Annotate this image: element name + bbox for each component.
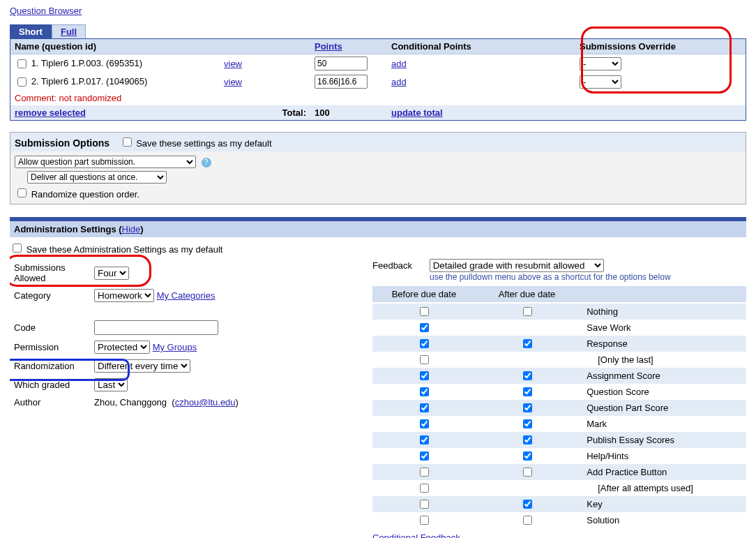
feedback-row: Mark <box>372 416 746 432</box>
before-checkbox[interactable] <box>420 355 429 364</box>
after-checkbox[interactable] <box>523 387 532 396</box>
row-checkbox[interactable] <box>17 59 27 68</box>
table-row: 2. Tipler6 1.P.017. (1049065) view add - <box>10 73 746 91</box>
before-checkbox[interactable] <box>420 403 429 412</box>
comment-not-randomized: Comment: not randomized <box>10 91 746 105</box>
add-cond-link[interactable]: add <box>391 59 407 69</box>
question-table: Name (question id) Points Conditional Po… <box>10 39 746 120</box>
view-link[interactable]: view <box>224 77 242 87</box>
after-checkbox[interactable] <box>523 339 532 348</box>
my-categories-link[interactable]: My Categories <box>157 290 216 301</box>
feedback-row-label: Help/Hints <box>578 448 746 464</box>
feedback-row-label: [Only the last] <box>578 352 746 368</box>
before-checkbox[interactable] <box>420 419 429 428</box>
help-icon[interactable]: ? <box>202 158 211 167</box>
override-select[interactable]: - <box>580 75 621 89</box>
permission-select[interactable]: Protected <box>94 341 150 354</box>
save-default-checkbox[interactable] <box>123 137 132 147</box>
feedback-row-label: Solution <box>578 512 746 528</box>
author-name: Zhou, Changgong <box>94 397 167 408</box>
feedback-row-label: Save Work <box>578 320 746 336</box>
feedback-row: Add Practice Button <box>372 464 746 480</box>
points-input[interactable] <box>315 75 368 89</box>
feedback-label: Feedback <box>372 260 427 271</box>
feedback-row-label: Response <box>578 336 746 352</box>
randomize-label: Randomize question order. <box>31 189 139 200</box>
admin-header: Administration Settings (Hide) <box>10 221 746 237</box>
before-checkbox[interactable] <box>420 323 429 332</box>
before-checkbox[interactable] <box>420 451 429 461</box>
tab-full[interactable]: Full <box>52 24 86 38</box>
feedback-row-label: Publish Essay Scores <box>578 432 746 448</box>
feedback-row: Nothing <box>372 303 746 320</box>
before-checkbox[interactable] <box>420 500 429 509</box>
col-after-due: After due date <box>476 286 578 303</box>
feedback-row: [Only the last] <box>372 352 746 368</box>
before-checkbox[interactable] <box>420 371 429 380</box>
col-sub-override: Submissions Override <box>575 39 746 54</box>
before-checkbox[interactable] <box>420 484 429 493</box>
feedback-row-label: Mark <box>578 416 746 432</box>
before-checkbox[interactable] <box>420 435 429 444</box>
after-checkbox[interactable] <box>523 468 532 477</box>
after-checkbox[interactable] <box>523 451 532 461</box>
randomize-checkbox[interactable] <box>17 188 27 197</box>
before-checkbox[interactable] <box>420 387 429 396</box>
author-email-link[interactable]: czhou@ltu.edu <box>175 397 236 408</box>
col-name: Name (question id) <box>10 39 310 54</box>
feedback-row-label: Nothing <box>578 303 746 320</box>
deliver-select[interactable]: Deliver all questions at once. <box>27 171 167 184</box>
feedback-row: Question Score <box>372 384 746 400</box>
row-name: Tipler6 1.P.003. <box>41 57 104 68</box>
before-checkbox[interactable] <box>420 339 429 348</box>
feedback-select[interactable]: Detailed grade with resubmit allowed <box>430 259 604 272</box>
after-checkbox[interactable] <box>523 516 532 525</box>
part-submission-select[interactable]: Allow question part submission. <box>15 156 196 168</box>
admin-save-default-checkbox[interactable] <box>13 244 22 253</box>
total-label: Total: <box>220 105 310 120</box>
after-checkbox[interactable] <box>523 419 532 428</box>
hide-link[interactable]: Hide <box>122 224 141 234</box>
after-checkbox[interactable] <box>523 403 532 412</box>
feedback-row-label: Assignment Score <box>578 368 746 384</box>
col-points[interactable]: Points <box>310 39 387 54</box>
override-select[interactable]: - <box>580 57 621 70</box>
before-checkbox[interactable] <box>420 307 429 316</box>
after-checkbox[interactable] <box>523 307 532 316</box>
feedback-row: Assignment Score <box>372 368 746 384</box>
which-graded-select[interactable]: Last <box>94 378 128 391</box>
question-browser-link[interactable]: Question Browser <box>10 6 82 16</box>
points-input[interactable] <box>315 57 368 70</box>
feedback-row-label: Question Part Score <box>578 400 746 416</box>
after-checkbox[interactable] <box>523 500 532 509</box>
feedback-row-label: Add Practice Button <box>578 464 746 480</box>
feedback-row: [After all attempts used] <box>372 480 746 496</box>
feedback-row-label: Question Score <box>578 384 746 400</box>
remove-selected-link[interactable]: remove selected <box>15 107 86 118</box>
label-permission: Permission <box>11 338 90 356</box>
feedback-row-label: [After all attempts used] <box>578 480 746 496</box>
label-category: Category <box>11 287 90 304</box>
feedback-row: Help/Hints <box>372 448 746 464</box>
feedback-row: Solution <box>372 512 746 528</box>
row-checkbox[interactable] <box>17 77 27 87</box>
randomization-select[interactable]: Different every time <box>94 359 190 373</box>
conditional-feedback-link[interactable]: Conditional Feedback <box>372 532 460 538</box>
view-link[interactable]: view <box>224 59 242 69</box>
after-checkbox[interactable] <box>523 435 532 444</box>
after-checkbox[interactable] <box>523 371 532 380</box>
feedback-row-label: Key <box>578 496 746 512</box>
update-total-link[interactable]: update total <box>391 107 443 118</box>
label-randomization: Randomization <box>11 357 90 375</box>
col-before-due: Before due date <box>372 286 476 303</box>
tab-short[interactable]: Short <box>10 24 52 38</box>
before-checkbox[interactable] <box>420 468 429 477</box>
submissions-allowed-select[interactable]: Four <box>94 267 129 280</box>
code-input[interactable] <box>94 320 218 335</box>
category-select[interactable]: Homework <box>94 289 154 302</box>
before-checkbox[interactable] <box>420 516 429 525</box>
feedback-row: Save Work <box>372 320 746 336</box>
my-groups-link[interactable]: My Groups <box>153 342 197 352</box>
feedback-row: Key <box>372 496 746 512</box>
add-cond-link[interactable]: add <box>391 77 407 87</box>
